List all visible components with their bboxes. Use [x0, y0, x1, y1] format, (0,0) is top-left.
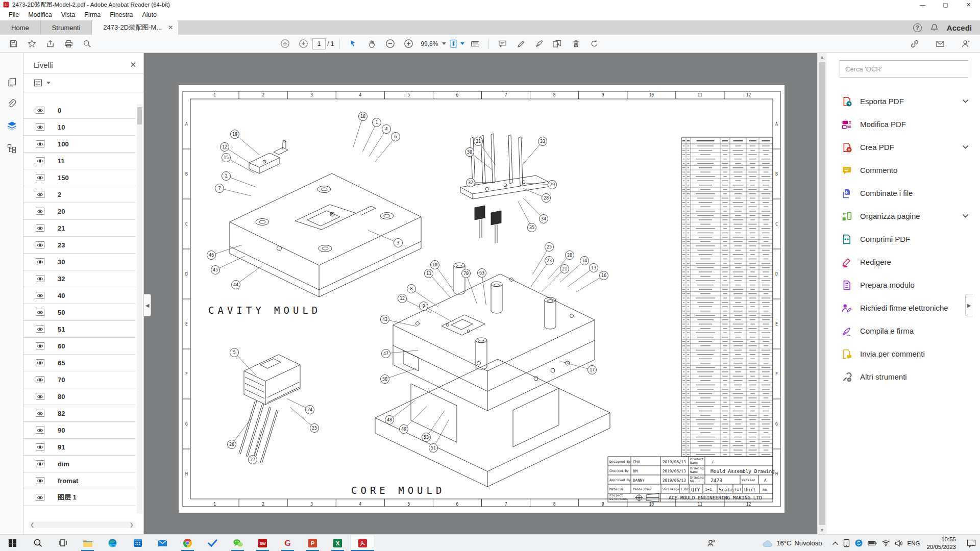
rotate-pages-button[interactable] — [586, 37, 602, 51]
sign-in-button[interactable]: Accedi — [947, 23, 972, 32]
collapse-left-panel-button[interactable]: ◀ — [144, 294, 151, 316]
print-button[interactable] — [61, 37, 76, 51]
layers-options-button[interactable] — [23, 74, 143, 92]
taskbar-edge-button[interactable] — [100, 535, 125, 551]
close-button[interactable]: ✕ — [957, 0, 980, 9]
menu-item-finestra[interactable]: Finestra — [105, 10, 137, 19]
tab-home[interactable]: Home — [0, 20, 41, 35]
zoom-out-button[interactable] — [382, 37, 398, 51]
layer-row[interactable]: 90 — [23, 422, 135, 439]
taskbar-powerpoint-button[interactable]: P — [300, 535, 325, 551]
sync-icon[interactable] — [854, 539, 863, 547]
layer-row[interactable]: 60 — [23, 338, 135, 355]
layer-visibility-eye-icon[interactable] — [36, 107, 44, 114]
layer-row[interactable]: 65 — [23, 355, 135, 371]
scroll-up-icon[interactable]: ▲ — [818, 53, 826, 61]
chevron-down-icon[interactable] — [962, 97, 969, 105]
zoom-level-dropdown[interactable]: 99,6% — [419, 37, 446, 51]
layers-panel-close-icon[interactable]: ✕ — [130, 60, 136, 69]
taskbar-g-app-button[interactable]: G — [275, 535, 300, 551]
layer-visibility-eye-icon[interactable] — [36, 208, 44, 215]
layer-row[interactable]: 30 — [23, 254, 135, 270]
taskbar-excel-button[interactable]: X — [325, 535, 350, 551]
find-button[interactable] — [79, 37, 94, 51]
tool-item-compila-e-firma[interactable]: Compila e firma — [826, 319, 980, 342]
fit-page-dropdown[interactable] — [449, 37, 464, 51]
layer-row[interactable]: 100 — [23, 136, 135, 153]
taskbar-solidworks-button[interactable]: SW — [250, 535, 275, 551]
tool-item-comprimi-pdf[interactable]: Comprimi PDF — [826, 228, 980, 251]
taskbar-chrome-button[interactable] — [175, 535, 200, 551]
search-input[interactable] — [840, 60, 968, 78]
scrollbar-thumb[interactable] — [819, 62, 825, 525]
weather-widget[interactable]: 16°C Nuvoloso — [762, 539, 822, 547]
volume-icon[interactable] — [895, 540, 903, 547]
layer-visibility-eye-icon[interactable] — [36, 275, 44, 282]
tool-item-redigere[interactable]: Redigere — [826, 251, 980, 273]
layer-visibility-eye-icon[interactable] — [36, 258, 44, 265]
taskbar-start-button[interactable] — [0, 535, 25, 551]
layer-visibility-eye-icon[interactable] — [36, 460, 44, 467]
layers-horizontal-scrollbar[interactable]: ❮❯ — [29, 521, 135, 528]
your-phone-icon[interactable] — [843, 539, 850, 547]
battery-icon[interactable] — [868, 540, 877, 546]
layer-row[interactable]: 11 — [23, 153, 135, 169]
layer-row[interactable]: 91 — [23, 439, 135, 456]
layer-row[interactable]: 150 — [23, 169, 135, 186]
layer-visibility-eye-icon[interactable] — [36, 224, 44, 232]
next-page-button[interactable] — [296, 37, 311, 51]
layer-visibility-eye-icon[interactable] — [36, 393, 44, 400]
layer-row[interactable]: 0 — [23, 102, 135, 119]
layer-visibility-eye-icon[interactable] — [36, 477, 44, 484]
maximize-button[interactable]: ▢ — [934, 0, 957, 9]
layer-row[interactable]: fromat — [23, 472, 135, 489]
hand-tool-button[interactable] — [364, 37, 379, 51]
taskbar-search-button[interactable] — [25, 535, 50, 551]
layer-row[interactable]: 23 — [23, 237, 135, 254]
minimize-button[interactable]: — — [911, 0, 934, 9]
language-indicator[interactable]: ENG — [908, 540, 920, 546]
menu-item-modifica[interactable]: Modifica — [23, 10, 57, 19]
taskbar-calendar-button[interactable] — [125, 535, 150, 551]
export-pages-button[interactable] — [550, 37, 565, 51]
tool-item-commento[interactable]: Commento — [826, 159, 980, 182]
model-tree-icon[interactable] — [4, 141, 19, 156]
layer-visibility-eye-icon[interactable] — [36, 494, 44, 501]
expand-right-panel-button[interactable]: ▶ — [965, 294, 972, 316]
tab-close-icon[interactable]: ✕ — [168, 24, 173, 31]
tool-item-modifica-pdf[interactable]: Modifica PDF — [826, 113, 980, 136]
profile-button[interactable] — [958, 37, 973, 51]
delete-pages-button[interactable] — [568, 37, 583, 51]
highlight-tool-button[interactable] — [513, 37, 528, 51]
chevron-down-icon[interactable] — [962, 143, 969, 151]
layer-visibility-eye-icon[interactable] — [36, 241, 44, 248]
save-button[interactable] — [6, 37, 21, 51]
layers-icon[interactable] — [4, 118, 19, 134]
layer-visibility-eye-icon[interactable] — [36, 157, 44, 164]
wifi-icon[interactable] — [881, 540, 890, 546]
taskbar-acrobat-button[interactable] — [350, 535, 375, 551]
document-vertical-scrollbar[interactable]: ▲ ▼ — [817, 53, 826, 534]
layer-row[interactable]: 2 — [23, 186, 135, 203]
show-hidden-icons-icon[interactable] — [832, 541, 839, 545]
layer-visibility-eye-icon[interactable] — [36, 410, 44, 417]
layer-row[interactable]: 50 — [23, 304, 135, 321]
layer-row[interactable]: 20 — [23, 203, 135, 220]
email-button[interactable] — [933, 37, 948, 51]
menu-item-firma[interactable]: Firma — [80, 10, 105, 19]
attachments-icon[interactable] — [4, 96, 19, 111]
taskbar-todo-button[interactable] — [200, 535, 225, 551]
previous-page-button[interactable] — [277, 37, 292, 51]
layer-row[interactable]: dim — [23, 456, 135, 472]
layer-visibility-eye-icon[interactable] — [36, 443, 44, 450]
tab-document[interactable]: 2473-2D装配图-M... ✕ — [92, 20, 178, 35]
layer-visibility-eye-icon[interactable] — [36, 309, 44, 316]
layer-row[interactable]: 82 — [23, 405, 135, 422]
chevron-down-icon[interactable] — [962, 212, 969, 220]
zoom-in-button[interactable] — [401, 37, 416, 51]
sign-tool-button[interactable] — [531, 37, 547, 51]
layers-vertical-scrollbar[interactable] — [137, 104, 142, 514]
taskbar-task-view-button[interactable] — [50, 535, 75, 551]
layer-row[interactable]: 80 — [23, 388, 135, 405]
layer-row[interactable]: 10 — [23, 119, 135, 136]
